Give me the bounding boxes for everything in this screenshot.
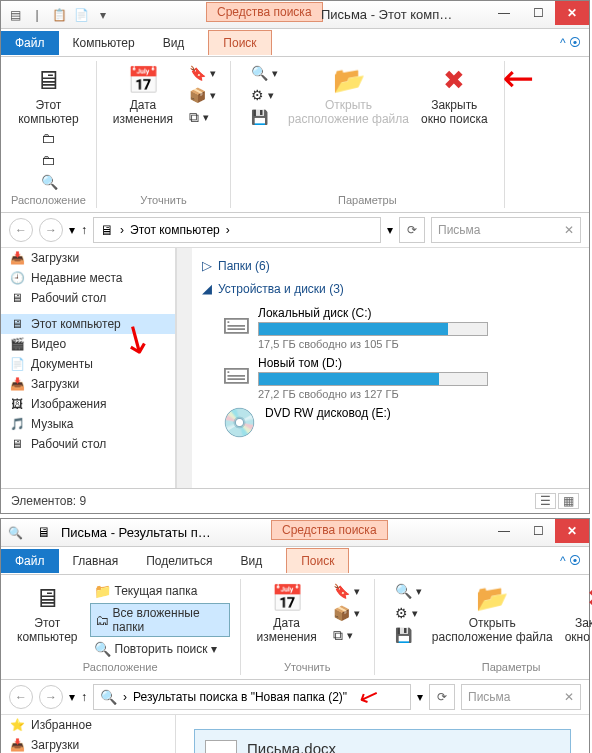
nav-item[interactable]: 🎬Видео bbox=[1, 334, 175, 354]
param-btn[interactable]: 💾 bbox=[391, 625, 426, 645]
tab-view[interactable]: Вид bbox=[226, 549, 276, 573]
this-pc-button[interactable]: 🖥 Этот компьютер bbox=[11, 581, 84, 659]
refine-btn[interactable]: 📦▾ bbox=[329, 603, 364, 623]
nav-tree[interactable]: ⭐Избранное📥Загрузки🕘Недавние места🖥Рабоч… bbox=[1, 715, 176, 753]
refine-btn[interactable]: ⧉▾ bbox=[185, 107, 220, 128]
close-search-button[interactable]: ✖ Закрыть окно поиска bbox=[559, 581, 592, 646]
nav-tree[interactable]: 📥Загрузки🕘Недавние места🖥Рабочий стол🖥Эт… bbox=[1, 248, 176, 488]
help-button[interactable]: ^ ⦿ bbox=[560, 554, 581, 568]
tab-search[interactable]: Поиск bbox=[208, 30, 271, 55]
dropdown-icon[interactable]: ▾ bbox=[417, 690, 423, 704]
tab-computer[interactable]: Компьютер bbox=[59, 31, 149, 55]
forward-button[interactable]: → bbox=[39, 218, 63, 242]
opt-btn[interactable]: 🗀 bbox=[37, 150, 66, 170]
forward-button[interactable]: → bbox=[39, 685, 63, 709]
nav-item[interactable]: 🕘Недавние места bbox=[1, 268, 175, 288]
tab-view[interactable]: Вид bbox=[149, 31, 199, 55]
dvd-drive[interactable]: 💿 DVD RW дисковод (E:) bbox=[222, 406, 579, 439]
close-button[interactable]: ✕ bbox=[555, 1, 589, 25]
folders-section[interactable]: ▷ Папки (6) bbox=[202, 254, 579, 277]
param-btn[interactable]: 💾 bbox=[247, 107, 282, 127]
search-input[interactable]: Письма ✕ bbox=[461, 684, 581, 710]
nav-item[interactable]: 📥Загрузки bbox=[1, 374, 175, 394]
param-btn[interactable]: ⚙▾ bbox=[247, 85, 282, 105]
nav-item[interactable]: 📄Документы bbox=[1, 354, 175, 374]
param-btn[interactable]: 🔍▾ bbox=[247, 63, 282, 83]
nav-item[interactable]: 🖼Изображения bbox=[1, 394, 175, 414]
nav-item[interactable]: 🖥Этот компьютер bbox=[1, 314, 175, 334]
maximize-button[interactable]: ☐ bbox=[521, 1, 555, 25]
search-tools-tab[interactable]: Средства поиска bbox=[271, 520, 388, 540]
nav-icon: 📥 bbox=[9, 377, 25, 391]
nav-item[interactable]: 📥Загрузки bbox=[1, 248, 175, 268]
refine-btn[interactable]: 🔖▾ bbox=[329, 581, 364, 601]
back-button[interactable]: ← bbox=[9, 685, 33, 709]
help-button[interactable]: ^ ⦿ bbox=[560, 36, 581, 50]
search-tools-tab[interactable]: Средства поиска bbox=[206, 2, 323, 22]
up-button[interactable]: ↑ bbox=[81, 223, 87, 237]
qat-paste-icon[interactable]: 📄 bbox=[71, 5, 91, 25]
nav-item[interactable]: 🎵Музыка bbox=[1, 414, 175, 434]
tab-home[interactable]: Главная bbox=[59, 549, 133, 573]
label: Повторить поиск ▾ bbox=[115, 642, 217, 656]
search-again-btn[interactable]: 🔍Повторить поиск ▾ bbox=[90, 639, 230, 659]
crumb[interactable]: › bbox=[226, 223, 230, 237]
drive-item[interactable]: 🖴 Новый том (D:) 27,2 ГБ свободно из 127… bbox=[222, 356, 579, 400]
date-button[interactable]: 📅 Дата изменения bbox=[251, 581, 323, 646]
close-button[interactable]: ✕ bbox=[555, 519, 589, 543]
search-result[interactable]: W Письма.docx Размер: C:\Пользователи\……… bbox=[194, 729, 571, 753]
nav-item[interactable]: 📥Загрузки bbox=[1, 735, 175, 753]
clear-icon[interactable]: ✕ bbox=[564, 690, 574, 704]
address-text[interactable]: Этот компьютер bbox=[130, 223, 220, 237]
free-space: 27,2 ГБ свободно из 127 ГБ bbox=[258, 388, 579, 400]
drive-item[interactable]: 🖴 Локальный диск (C:) 17,5 ГБ свободно и… bbox=[222, 306, 579, 350]
tab-file[interactable]: Файл bbox=[1, 31, 59, 55]
tab-search[interactable]: Поиск bbox=[286, 548, 349, 573]
nav-item[interactable]: 🖥Рабочий стол bbox=[1, 288, 175, 308]
close-search-button[interactable]: ✖ Закрыть окно поиска bbox=[415, 63, 494, 128]
refine-btn[interactable]: ⧉▾ bbox=[329, 625, 364, 646]
minimize-button[interactable]: — bbox=[487, 519, 521, 543]
dropdown-icon[interactable]: ▾ bbox=[387, 223, 393, 237]
address-bar[interactable]: 🔍 › Результаты поиска в "Новая папка (2)… bbox=[93, 684, 411, 710]
param-btn[interactable]: 🔍▾ bbox=[391, 581, 426, 601]
nav-item[interactable]: 🖥Рабочий стол bbox=[1, 434, 175, 454]
dropdown-icon[interactable]: ▾ bbox=[69, 690, 75, 704]
open-location-button[interactable]: 📂 Открыть расположение файла bbox=[426, 581, 559, 646]
qat-icon[interactable]: ▤ bbox=[5, 5, 25, 25]
this-pc-button[interactable]: 🖥 Этот компьютер bbox=[12, 63, 85, 128]
view-details-button[interactable]: ☰ bbox=[535, 493, 556, 509]
address-bar[interactable]: 🖥 › Этот компьютер › bbox=[93, 217, 381, 243]
open-location-button[interactable]: 📂 Открыть расположение файла bbox=[282, 63, 415, 128]
param-btn[interactable]: ⚙▾ bbox=[391, 603, 426, 623]
crumb[interactable]: › bbox=[120, 223, 124, 237]
clear-icon[interactable]: ✕ bbox=[564, 223, 574, 237]
devices-section[interactable]: ◢ Устройства и диски (3) bbox=[202, 277, 579, 300]
scrollbar[interactable] bbox=[176, 248, 192, 488]
nav-item[interactable]: ⭐Избранное bbox=[1, 715, 175, 735]
search-input[interactable]: Письма ✕ bbox=[431, 217, 581, 243]
refresh-button[interactable]: ⟳ bbox=[429, 684, 455, 710]
subfolders-btn[interactable]: 🗂Все вложенные папки bbox=[90, 603, 230, 637]
view-icons-button[interactable]: ▦ bbox=[558, 493, 579, 509]
opt-btn[interactable]: 🗀 bbox=[37, 128, 66, 148]
address-text[interactable]: Результаты поиска в "Новая папка (2)" bbox=[133, 690, 347, 704]
tab-share[interactable]: Поделиться bbox=[132, 549, 226, 573]
content-pane[interactable]: W Письма.docx Размер: C:\Пользователи\……… bbox=[176, 715, 589, 753]
opt-btn[interactable]: 🔍 bbox=[37, 172, 66, 192]
content-pane[interactable]: ▷ Папки (6) ◢ Устройства и диски (3) 🖴 Л… bbox=[192, 248, 589, 488]
tab-file[interactable]: Файл bbox=[1, 549, 59, 573]
up-button[interactable]: ↑ bbox=[81, 690, 87, 704]
qat-copy-icon[interactable]: 📋 bbox=[49, 5, 69, 25]
minimize-button[interactable]: — bbox=[487, 1, 521, 25]
refine-btn[interactable]: 📦▾ bbox=[185, 85, 220, 105]
maximize-button[interactable]: ☐ bbox=[521, 519, 555, 543]
date-button[interactable]: 📅 Дата изменения bbox=[107, 63, 179, 128]
refresh-button[interactable]: ⟳ bbox=[399, 217, 425, 243]
current-folder-btn[interactable]: 📁Текущая папка bbox=[90, 581, 230, 601]
crumb[interactable]: › bbox=[123, 690, 127, 704]
qat-down-icon[interactable]: ▾ bbox=[93, 5, 113, 25]
back-button[interactable]: ← bbox=[9, 218, 33, 242]
dropdown-icon[interactable]: ▾ bbox=[69, 223, 75, 237]
refine-btn[interactable]: 🔖▾ bbox=[185, 63, 220, 83]
